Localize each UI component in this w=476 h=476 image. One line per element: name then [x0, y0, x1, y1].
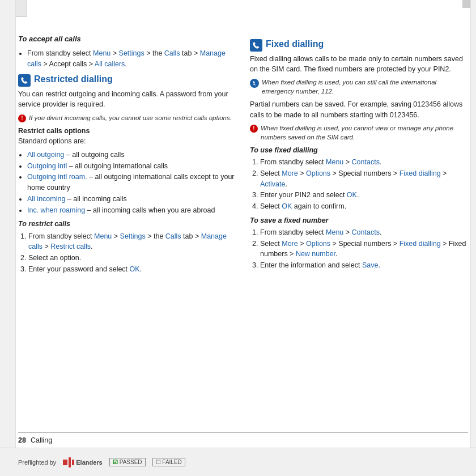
left-column: To accept all calls From standby select …: [18, 34, 236, 278]
check-icon: ☑: [113, 459, 118, 465]
use-fixed-step-3: Enter your PIN2 and select OK.: [260, 190, 468, 201]
save-fixed-steps-list: From standby select Menu > Contacts. Sel…: [260, 227, 468, 271]
restricted-dialling-title: Restricted dialling: [34, 74, 113, 84]
note-info-icon-1: [250, 79, 259, 88]
restricted-dialling-icon: [18, 74, 31, 87]
use-fixed-steps-list: From standby select Menu > Contacts. Sel…: [260, 157, 468, 212]
phone-icon-fixed-svg: [252, 41, 260, 49]
phone-icon-svg: [20, 76, 28, 84]
svg-rect-0: [63, 460, 67, 465]
use-fixed-step-1: From standby select Menu > Contacts.: [260, 157, 468, 168]
restricted-dialling-heading-container: Restricted dialling: [18, 74, 236, 87]
fixed-note2-text: When fixed dialling is used, you cannot …: [261, 124, 468, 142]
calls-link: Calls: [164, 49, 180, 57]
restrict-options-list: All outgoing – all outgoing calls Outgoi…: [27, 150, 236, 216]
restrict-note: ! If you divert incoming calls, you cann…: [18, 113, 236, 122]
right-column: Fixed dialling Fixed dialling allows cal…: [250, 34, 468, 278]
fixed-dialling-note1: When fixed dialling is used, you can sti…: [250, 78, 468, 96]
use-fixed-step-2: Select More > Options > Special numbers …: [260, 168, 468, 190]
elanders-logo-svg: [63, 457, 74, 468]
page-number: 28: [18, 436, 26, 444]
svg-rect-1: [69, 457, 71, 468]
save-fixed-step-3: Enter the information and select Save.: [260, 260, 468, 271]
page-number-bar: 28 Calling: [18, 432, 468, 444]
restrict-step-1: From standby select Menu > Settings > th…: [28, 231, 236, 253]
option-inc-roaming: Inc. when roaming – all incoming calls w…: [27, 205, 236, 216]
accept-calls-title: To accept all calls: [18, 34, 236, 45]
fixed-dialling-icon: [250, 39, 262, 52]
menu-link: Menu: [93, 49, 110, 57]
preflight-label: Preflighted by: [18, 459, 56, 466]
to-save-fixed-title: To save a fixed number: [250, 215, 468, 226]
accept-calls-step1: From standby select Menu > Settings > th…: [27, 48, 236, 70]
fixed-dialling-note2: ! When fixed dialling is used, you canno…: [250, 124, 468, 142]
restrict-options-title: Restrict calls optionsStandard options a…: [18, 126, 236, 146]
corner-fold-right: [462, 0, 470, 8]
accept-calls-list: From standby select Menu > Settings > th…: [27, 48, 236, 70]
note-exclamation-icon: !: [18, 114, 26, 122]
checkbox-empty-icon: ☐: [156, 459, 161, 465]
option-outgoing-intl: Outgoing intl – all outgoing internation…: [27, 161, 236, 172]
page-border-right: [470, 0, 476, 476]
option-all-incoming: All incoming – all incoming calls: [27, 194, 236, 205]
fixed-dialling-title: Fixed dialling: [266, 39, 324, 49]
to-use-fixed-title: To use fixed dialling: [250, 145, 468, 155]
page-section-label: Calling: [31, 436, 52, 444]
main-content: To accept all calls From standby select …: [18, 34, 468, 442]
save-fixed-step-2: Select More > Options > Special numbers …: [260, 239, 468, 260]
fixed-dialling-heading-container: Fixed dialling: [250, 39, 468, 52]
svg-rect-2: [72, 460, 74, 465]
info-svg: [252, 80, 257, 86]
option-all-outgoing: All outgoing – all outgoing calls: [27, 150, 236, 160]
restrict-step-3: Enter your password and select OK.: [28, 264, 236, 275]
elanders-logo: Elanders: [63, 457, 102, 468]
restricted-dialling-intro: You can restrict outgoing and incoming c…: [18, 89, 236, 109]
note-exclamation-icon-2: !: [250, 125, 258, 133]
restrict-note-text: If you divert incoming calls, you cannot…: [29, 113, 232, 122]
option-outgoing-intl-roam: Outgoing intl roam. – all outgoing inter…: [27, 172, 236, 193]
save-fixed-step-1: From standby select Menu > Contacts.: [260, 227, 468, 238]
to-restrict-title: To restrict calls: [18, 219, 236, 229]
partial-numbers-text: Partial numbers can be saved. For exampl…: [250, 99, 468, 120]
fixed-note1-text: When fixed dialling is used, you can sti…: [262, 78, 468, 96]
settings-link: Settings: [119, 49, 144, 57]
failed-label: FAILED: [162, 459, 181, 465]
page-border-left: [0, 0, 16, 476]
two-column-layout: To accept all calls From standby select …: [18, 34, 468, 278]
failed-badge: ☐ FAILED: [152, 458, 185, 466]
passed-badge: ☑ PASSED: [109, 458, 146, 466]
corner-fold-left: [16, 0, 27, 17]
footer-bar: Preflighted by Elanders ☑ PASSED ☐ FAILE…: [0, 448, 476, 476]
restrict-step-2: Select an option.: [28, 253, 236, 264]
all-callers-link: All callers: [95, 60, 125, 68]
restrict-steps-list: From standby select Menu > Settings > th…: [28, 231, 236, 275]
brand-name: Elanders: [76, 459, 102, 466]
use-fixed-step-4: Select OK again to confirm.: [260, 201, 468, 212]
passed-label: PASSED: [120, 459, 142, 465]
fixed-dialling-intro: Fixed dialling allows calls to be made o…: [250, 54, 468, 74]
